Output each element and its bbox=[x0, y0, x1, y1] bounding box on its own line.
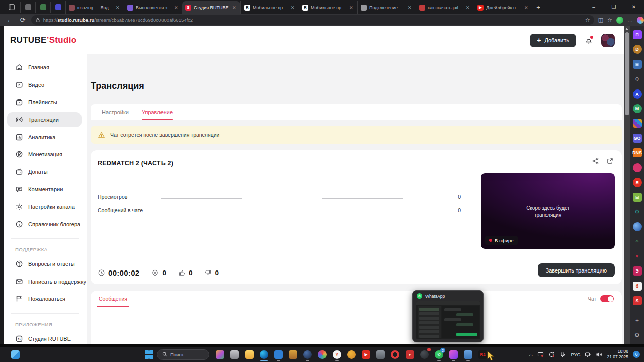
open-external-icon[interactable] bbox=[606, 157, 614, 165]
browser-tab[interactable]: как скачать jailbreak на ✕ bbox=[416, 1, 474, 14]
sidebar-item[interactable]: Справочник блогера bbox=[4, 215, 87, 233]
stream-tab[interactable]: Управление bbox=[142, 109, 173, 120]
files-folder-icon[interactable] bbox=[461, 347, 475, 361]
sidebar-item[interactable]: Трансляции bbox=[4, 111, 87, 129]
camera-app-icon[interactable] bbox=[373, 347, 388, 361]
pixel-game-icon[interactable] bbox=[633, 119, 642, 128]
steam-icon[interactable] bbox=[300, 347, 315, 361]
s-app-icon[interactable]: S bbox=[633, 296, 642, 305]
tab-close-icon[interactable]: ✕ bbox=[174, 5, 179, 10]
favorites-icon[interactable]: ☆ bbox=[607, 17, 612, 23]
pinned-tab[interactable] bbox=[50, 2, 65, 13]
photos-app-icon[interactable] bbox=[315, 347, 330, 361]
start-button-icon[interactable] bbox=[145, 350, 153, 359]
rutube-studio-logo[interactable]: RUTUBE’Studio bbox=[10, 35, 76, 45]
blue-orb-icon[interactable] bbox=[633, 222, 642, 231]
taskbar-clock[interactable]: 18:08 21.07.2025 bbox=[607, 349, 628, 359]
dots-app-icon[interactable]: ∴ bbox=[633, 237, 642, 246]
whatsapp-taskbar-icon[interactable]: ✆ 2 bbox=[432, 347, 446, 361]
edge-browser-icon[interactable] bbox=[257, 347, 271, 361]
yandex-app-icon[interactable]: Y bbox=[330, 347, 344, 361]
go-app-icon[interactable]: GO bbox=[633, 134, 642, 143]
close-button[interactable]: ✕ bbox=[624, 0, 644, 14]
twitch-icon[interactable]: ⊓ bbox=[633, 30, 642, 39]
game-collage-icon[interactable] bbox=[213, 347, 227, 361]
task-window-icon[interactable] bbox=[227, 347, 242, 361]
notifications-bell-icon[interactable] bbox=[584, 36, 593, 45]
volume-icon[interactable] bbox=[596, 351, 602, 358]
sidebar-item[interactable]: Главная bbox=[4, 59, 87, 76]
back-icon[interactable]: ← bbox=[3, 16, 16, 24]
browser-profile-avatar[interactable] bbox=[616, 17, 623, 24]
browser-tab[interactable]: Подключение к Apple ✕ bbox=[357, 1, 416, 14]
screen-cast-icon[interactable] bbox=[537, 351, 544, 358]
donationalerts-icon[interactable]: D bbox=[633, 45, 642, 54]
power-app-icon[interactable]: ⏻ bbox=[633, 208, 642, 217]
mail-app-icon[interactable] bbox=[344, 347, 359, 361]
new-tab-button[interactable]: + bbox=[532, 2, 544, 13]
more-menu-icon[interactable]: … bbox=[627, 17, 633, 23]
whatsapp-preview-popup[interactable]: ✆ WhatsApp bbox=[412, 290, 484, 342]
pinned-tab[interactable] bbox=[20, 2, 35, 13]
microphone-icon[interactable] bbox=[559, 351, 566, 358]
youtube-icon[interactable]: ▶ bbox=[359, 347, 373, 361]
stream-tab[interactable]: Настройки bbox=[102, 109, 129, 120]
user-avatar[interactable] bbox=[601, 34, 615, 47]
browser-scrollbar[interactable] bbox=[624, 26, 630, 344]
widgets-icon[interactable] bbox=[11, 350, 20, 359]
add-button[interactable]: +Добавить bbox=[530, 34, 576, 47]
tab-close-icon[interactable]: ✕ bbox=[116, 5, 121, 10]
sync-icon[interactable] bbox=[548, 351, 555, 358]
dns-shop-icon[interactable]: DNS bbox=[633, 148, 642, 157]
sidebar-item[interactable]: Комментарии bbox=[4, 180, 87, 198]
scrollbar-up-arrow[interactable] bbox=[625, 28, 628, 30]
heart-app-icon[interactable]: ♥ bbox=[633, 252, 642, 261]
copilot-icon[interactable] bbox=[637, 17, 644, 24]
sidebar-item[interactable]: Монетизация bbox=[4, 146, 87, 163]
workspaces-icon[interactable] bbox=[4, 2, 19, 13]
sidebar-item[interactable]: Настройки канала bbox=[4, 198, 87, 216]
restore-button[interactable]: ❐ bbox=[604, 0, 624, 14]
tab-close-icon[interactable]: ✕ bbox=[232, 5, 237, 10]
pinned-tab[interactable] bbox=[35, 2, 50, 13]
tab-close-icon[interactable]: ✕ bbox=[408, 5, 413, 10]
language-indicator[interactable]: РУС bbox=[571, 352, 580, 357]
address-bar[interactable]: https://studio.rutube.ru/stream/cb6ab7a4… bbox=[31, 15, 594, 25]
refresh-icon[interactable]: ⟳ bbox=[16, 16, 29, 24]
sidebar-item[interactable]: Вопросы и ответы bbox=[4, 255, 87, 273]
taskbar-search[interactable]: Поиск bbox=[157, 349, 209, 360]
em-app-icon[interactable]: Э bbox=[633, 266, 642, 276]
sidebar-item[interactable]: Пожаловаться bbox=[4, 290, 87, 308]
network-display-icon[interactable] bbox=[585, 351, 591, 358]
chat-messages-tab[interactable]: Сообщения bbox=[99, 291, 127, 307]
sidebar-item[interactable]: Видео bbox=[4, 76, 87, 94]
sidebar-item[interactable]: Аналитика bbox=[4, 128, 87, 146]
sidebar-item[interactable]: Донаты bbox=[4, 163, 87, 181]
yandex-icon[interactable]: Я bbox=[633, 178, 642, 187]
stream-preview[interactable]: Скоро здесь будет трансляция В эфире bbox=[481, 173, 615, 249]
browser-tab[interactable]: Выполняется загрузка ✕ bbox=[124, 1, 182, 14]
scrollbar-thumb[interactable] bbox=[625, 32, 629, 115]
sidebar-item[interactable]: SСтудия RUTUBE bbox=[4, 330, 87, 344]
whatsapp-thumbnail[interactable] bbox=[416, 301, 480, 339]
b-app-icon[interactable]: б bbox=[633, 282, 642, 291]
browser-tab[interactable]: R Мобильное приложен ✕ bbox=[299, 1, 357, 14]
m-app-icon[interactable]: M bbox=[633, 104, 642, 113]
a-app-icon[interactable]: A bbox=[633, 89, 642, 99]
split-screen-icon[interactable]: ◫ bbox=[598, 17, 603, 23]
launcher-icon[interactable] bbox=[417, 347, 432, 361]
tray-chevron-icon[interactable]: ︿ bbox=[529, 352, 533, 357]
sidebar-item[interactable]: Плейлисты bbox=[4, 94, 87, 111]
opera-icon[interactable] bbox=[388, 347, 403, 361]
calc-app-icon[interactable]: ⊞ bbox=[633, 193, 642, 202]
pink-app-icon[interactable]: – bbox=[633, 163, 642, 172]
minimize-button[interactable]: – bbox=[584, 0, 604, 14]
notification-count-badge[interactable]: 6 bbox=[633, 351, 640, 358]
search-rail-icon[interactable]: Q bbox=[633, 74, 642, 83]
file-explorer-icon[interactable] bbox=[242, 347, 257, 361]
rail-settings-gear-icon[interactable]: ⚙ bbox=[634, 332, 640, 339]
browser-tab[interactable]: R Мобильное приложен ✕ bbox=[240, 1, 299, 14]
sidebar-item[interactable]: Написать в поддержку bbox=[4, 273, 87, 291]
media-red-icon[interactable]: ▸ bbox=[403, 347, 417, 361]
browser-tab[interactable]: S Студия RUTUBE ✕ bbox=[182, 1, 240, 14]
